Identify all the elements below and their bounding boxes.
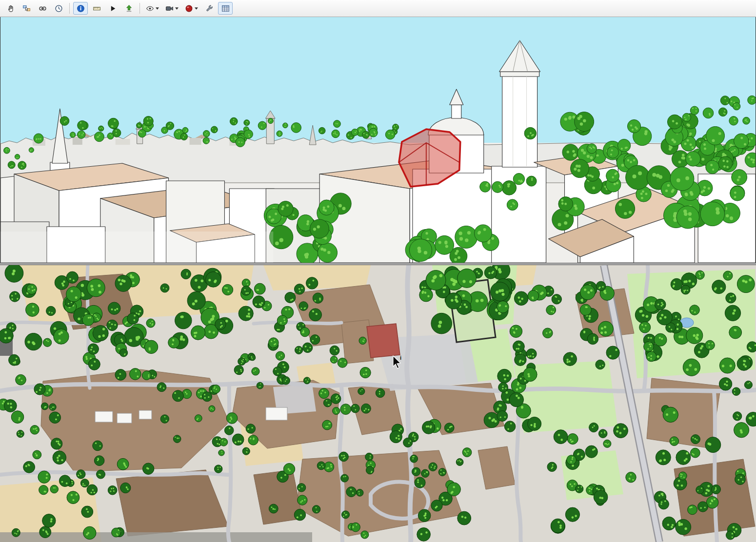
eye-icon: [146, 4, 154, 13]
table-icon: [221, 4, 230, 13]
chevron-down-icon: [195, 7, 198, 10]
wrench-icon: [205, 4, 214, 13]
application-window: i: [0, 0, 756, 542]
map-2d-canvas[interactable]: i: [0, 265, 756, 542]
link-icon: [39, 4, 47, 13]
record-tool-button[interactable]: [163, 2, 181, 15]
time-tool-button[interactable]: [51, 2, 66, 15]
settings-tool-button[interactable]: [202, 2, 217, 15]
pan-tool-button[interactable]: [3, 2, 18, 15]
link-views-tool-button[interactable]: [35, 2, 50, 15]
hand-icon: [6, 4, 15, 13]
toolbar-separator: [69, 3, 70, 14]
identify-tool-button[interactable]: [73, 2, 88, 15]
scene-3d-canvas[interactable]: [0, 17, 756, 263]
identify-icon: [77, 4, 85, 13]
selected-building-map[interactable]: [367, 324, 400, 358]
select-features-tool-button[interactable]: [19, 2, 34, 15]
ruler-icon: [93, 4, 101, 13]
select-features-icon: [22, 4, 31, 13]
camera-icon: [165, 4, 174, 13]
toolbar-separator: [139, 3, 140, 14]
play-button[interactable]: [105, 2, 120, 15]
attribute-table-button[interactable]: [218, 2, 233, 15]
chevron-down-icon: [175, 7, 179, 10]
chevron-down-icon: [156, 7, 159, 10]
render-globe-tool-button[interactable]: [182, 2, 200, 15]
cursor-identify-glyph: i: [400, 355, 401, 361]
map-2d-view[interactable]: i: [0, 265, 756, 542]
export-up-icon: [125, 4, 133, 13]
measure-tool-button[interactable]: [89, 2, 104, 15]
export-button[interactable]: [121, 2, 136, 15]
scene-3d-view[interactable]: [0, 17, 756, 263]
clock-icon: [55, 4, 63, 13]
toolbar: [0, 0, 756, 17]
play-icon: [109, 4, 117, 13]
sphere-icon: [185, 4, 193, 13]
fog: [0, 232, 273, 263]
visibility-tool-button[interactable]: [143, 2, 161, 15]
